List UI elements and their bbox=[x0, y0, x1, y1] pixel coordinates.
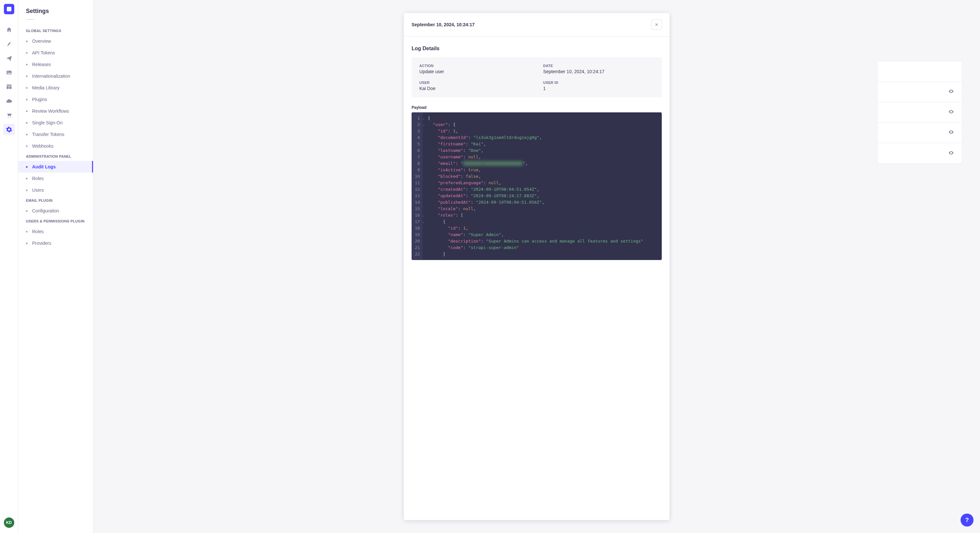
svg-rect-2 bbox=[6, 84, 11, 86]
nav-configuration[interactable]: Configuration bbox=[18, 205, 93, 217]
nav-plugins[interactable]: Plugins bbox=[18, 94, 93, 105]
table-row bbox=[878, 62, 962, 82]
userid-value: 1 bbox=[543, 86, 654, 91]
nav-transfer-tokens[interactable]: Transfer Tokens bbox=[18, 128, 93, 140]
main-content: September 10, 2024, 10:24:17 Log Details… bbox=[93, 0, 980, 533]
cart-icon[interactable] bbox=[3, 109, 15, 121]
payload-label: Payload bbox=[412, 105, 662, 110]
section-global-settings: Global Settings bbox=[18, 26, 93, 35]
nav-audit-logs[interactable]: Audit Logs bbox=[18, 161, 93, 173]
log-details-heading: Log Details bbox=[412, 46, 662, 51]
nav-review-workflows[interactable]: Review Workflows bbox=[18, 105, 93, 117]
layout-icon[interactable] bbox=[3, 81, 15, 93]
section-email-plugin: Email Plugin bbox=[18, 196, 93, 205]
date-value: September 10, 2024, 10:24:17 bbox=[543, 69, 654, 74]
cloud-icon[interactable] bbox=[3, 95, 15, 107]
svg-rect-3 bbox=[6, 86, 9, 89]
nav-internationalization[interactable]: Internationalization bbox=[18, 70, 93, 82]
table-row bbox=[878, 82, 962, 102]
user-label: User bbox=[419, 81, 530, 84]
user-avatar[interactable]: KD bbox=[4, 517, 14, 528]
log-details-modal: September 10, 2024, 10:24:17 Log Details… bbox=[404, 13, 670, 520]
background-list bbox=[878, 62, 962, 163]
nav-up-providers[interactable]: Providers bbox=[18, 237, 93, 249]
eye-icon[interactable] bbox=[948, 150, 954, 157]
icon-rail: KD bbox=[0, 0, 18, 533]
nav-releases[interactable]: Releases bbox=[18, 59, 93, 70]
nav-media-library[interactable]: Media Library bbox=[18, 82, 93, 94]
userid-label: User ID bbox=[543, 81, 654, 84]
user-value: Kai Doe bbox=[419, 86, 530, 91]
eye-icon[interactable] bbox=[948, 109, 954, 116]
home-icon[interactable] bbox=[3, 24, 15, 36]
paper-plane-icon[interactable] bbox=[3, 52, 15, 64]
app-logo[interactable] bbox=[4, 4, 14, 14]
section-users-permissions: Users & Permissions Plugin bbox=[18, 217, 93, 226]
modal-title: September 10, 2024, 10:24:17 bbox=[412, 22, 475, 27]
action-label: Action bbox=[419, 64, 530, 68]
nav-overview[interactable]: Overview bbox=[18, 35, 93, 47]
settings-heading: Settings bbox=[18, 8, 93, 19]
action-value: Update user bbox=[419, 69, 530, 74]
help-button[interactable]: ? bbox=[961, 514, 974, 527]
table-row bbox=[878, 123, 962, 143]
eye-icon[interactable] bbox=[948, 129, 954, 136]
table-row bbox=[878, 102, 962, 123]
settings-sidebar: Settings Global Settings Overview API To… bbox=[18, 0, 93, 533]
section-admin-panel: Administration Panel bbox=[18, 152, 93, 161]
svg-rect-4 bbox=[9, 86, 11, 89]
eye-icon[interactable] bbox=[948, 89, 954, 95]
payload-code: 1 2 3 4 5 6 7 8 9 10 11 12 13 14 15 16 1… bbox=[412, 113, 662, 260]
close-button[interactable] bbox=[651, 19, 662, 30]
table-row bbox=[878, 143, 962, 163]
nav-up-roles[interactable]: Roles bbox=[18, 226, 93, 237]
detail-grid: Action Update user Date September 10, 20… bbox=[412, 57, 662, 97]
nav-users[interactable]: Users bbox=[18, 184, 93, 196]
nav-webhooks[interactable]: Webhooks bbox=[18, 140, 93, 152]
date-label: Date bbox=[543, 64, 654, 68]
gear-icon[interactable] bbox=[3, 124, 15, 135]
svg-point-1 bbox=[8, 71, 8, 73]
nav-single-sign-on[interactable]: Single Sign-On bbox=[18, 117, 93, 128]
feather-icon[interactable] bbox=[3, 38, 15, 50]
close-icon bbox=[655, 23, 659, 27]
image-icon[interactable] bbox=[3, 67, 15, 78]
nav-api-tokens[interactable]: API Tokens bbox=[18, 47, 93, 59]
nav-roles[interactable]: Roles bbox=[18, 173, 93, 184]
